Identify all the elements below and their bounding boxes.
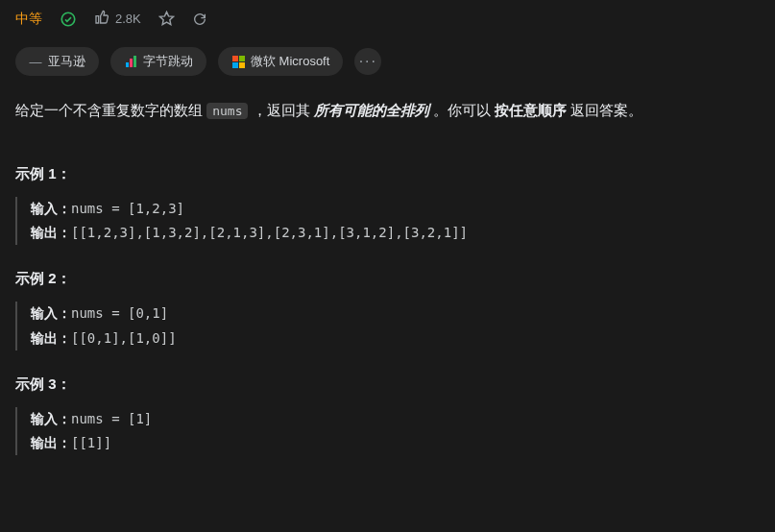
desc-text: ，返回其 [248, 102, 313, 118]
input-label: 输入： [31, 305, 71, 321]
desc-text: 。你可以 [429, 102, 495, 118]
output-label: 输出： [31, 225, 71, 240]
microsoft-icon [231, 55, 245, 68]
header-bar: 中等 2.8K [0, 0, 775, 37]
company-tag-label: 微软 Microsoft [251, 53, 329, 70]
star-button[interactable] [158, 11, 175, 27]
input-value: nums = [0,1] [71, 305, 168, 321]
desc-emphasis: 所有可能的全排列 [314, 102, 429, 118]
input-value: nums = [1,2,3] [71, 201, 184, 216]
refresh-button[interactable] [192, 12, 207, 27]
solved-check-icon [60, 11, 77, 28]
thumbs-up-icon [94, 10, 109, 28]
company-tags: — 亚马逊 字节跳动 微软 Microsoft ··· [0, 37, 775, 93]
input-label: 输入： [31, 201, 71, 216]
example-title: 示例 2： [15, 270, 760, 288]
company-tag-label: 亚马逊 [48, 53, 85, 70]
desc-text: 给定一个不含重复数字的数组 [15, 102, 206, 118]
desc-text: 返回答案。 [567, 102, 642, 118]
output-label: 输出： [31, 330, 71, 346]
problem-description: 给定一个不含重复数字的数组 nums ，返回其 所有可能的全排列 。你可以 按任… [15, 97, 760, 123]
company-tag-bytedance[interactable]: 字节跳动 [110, 47, 206, 76]
desc-bold: 按任意顺序 [495, 102, 567, 118]
output-value: [[1]] [71, 435, 111, 450]
example-2: 示例 2： 输入：nums = [0,1] 输出：[[0,1],[1,0]] [15, 270, 760, 350]
company-tag-label: 字节跳动 [143, 53, 193, 70]
example-1: 示例 1： 输入：nums = [1,2,3] 输出：[[1,2,3],[1,3… [15, 165, 760, 245]
difficulty-label: 中等 [15, 11, 42, 28]
like-button[interactable]: 2.8K [94, 10, 141, 28]
problem-content: 给定一个不含重复数字的数组 nums ，返回其 所有可能的全排列 。你可以 按任… [0, 93, 775, 484]
more-companies-button[interactable]: ··· [354, 48, 381, 75]
like-count: 2.8K [115, 12, 141, 26]
input-value: nums = [1] [71, 411, 152, 426]
example-title: 示例 3： [15, 375, 760, 394]
company-tag-microsoft[interactable]: 微软 Microsoft [218, 47, 343, 76]
amazon-icon: — [29, 55, 42, 68]
company-tag-amazon[interactable]: — 亚马逊 [15, 47, 99, 76]
example-title: 示例 1： [15, 165, 760, 183]
example-3: 示例 3： 输入：nums = [1] 输出：[[1]] [15, 375, 760, 455]
example-block: 输入：nums = [1,2,3] 输出：[[1,2,3],[1,3,2],[2… [15, 197, 760, 245]
example-block: 输入：nums = [0,1] 输出：[[0,1],[1,0]] [15, 302, 760, 350]
example-block: 输入：nums = [1] 输出：[[1]] [15, 407, 760, 455]
ellipsis-icon: ··· [359, 53, 377, 70]
inline-code: nums [206, 103, 248, 119]
bytedance-icon [124, 55, 137, 68]
output-value: [[0,1],[1,0]] [71, 330, 177, 346]
output-value: [[1,2,3],[1,3,2],[2,1,3],[2,3,1],[3,1,2]… [71, 225, 468, 240]
output-label: 输出： [31, 435, 71, 450]
input-label: 输入： [31, 411, 71, 426]
